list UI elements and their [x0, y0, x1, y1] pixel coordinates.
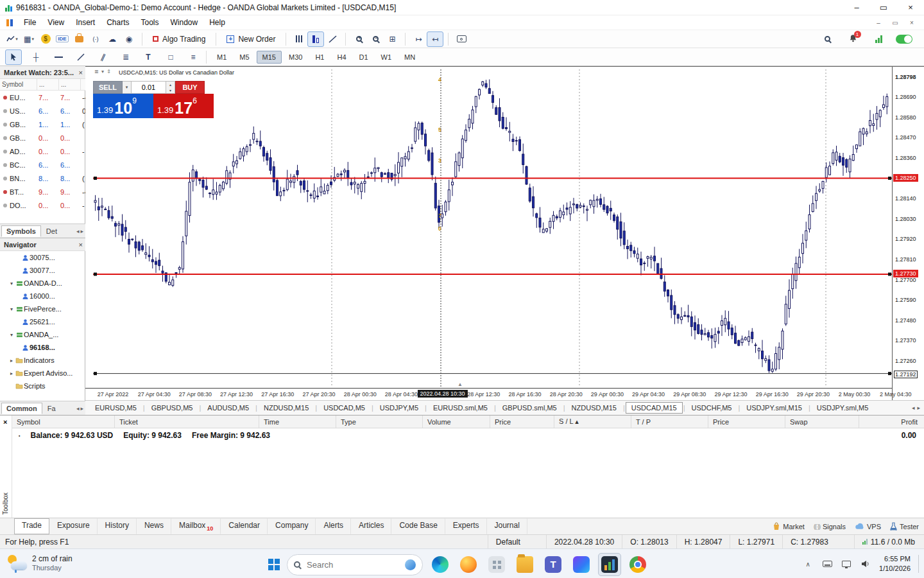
chart-tabs-scroll-right-icon[interactable]: ▸ — [917, 405, 920, 411]
navigator-item-96168[interactable]: 96168... — [0, 341, 85, 354]
toolbox-tab-history[interactable]: History — [98, 518, 137, 534]
community-icon[interactable]: ◉ — [121, 31, 137, 47]
screenshot-camera-icon[interactable] — [453, 31, 470, 47]
toolbox-column-ticket[interactable]: Ticket — [115, 416, 259, 428]
restore-button[interactable]: ▭ — [870, 0, 897, 15]
time-axis[interactable]: 27 Apr 202227 Apr 04:3027 Apr 08:3027 Ap… — [85, 388, 892, 401]
menu-insert[interactable]: Insert — [70, 17, 101, 28]
navigator-item-25621[interactable]: 25621... — [0, 315, 85, 328]
search-icon[interactable] — [819, 31, 835, 47]
market-watch-tab-det[interactable]: Det — [41, 225, 62, 237]
candles-mode-icon[interactable] — [307, 31, 324, 47]
taskbar-clock[interactable]: 6:55 PM 1/10/2026 — [879, 554, 911, 574]
market-watch-row[interactable]: EU...7...7...-4 — [0, 91, 85, 104]
chart-tab-audusdm5[interactable]: AUDUSD,M5 — [201, 402, 255, 414]
horizontal-line-icon[interactable] — [50, 49, 67, 65]
taskbar-app-mt5[interactable] — [598, 553, 621, 576]
chart-line-icon[interactable]: ▾ — [4, 31, 21, 47]
briefcase-icon[interactable] — [71, 31, 87, 47]
taskbar-app-chrome[interactable] — [626, 553, 649, 576]
buy-price-box[interactable]: 1.39 17 6 — [153, 94, 214, 118]
toolbox-tab-mailbox[interactable]: Mailbox10 — [171, 518, 221, 534]
toolbox-tab-articles[interactable]: Articles — [351, 518, 391, 534]
chart-tab-usdcadm15[interactable]: USDCAD,M15 — [626, 402, 683, 414]
signal-strength-icon[interactable] — [870, 31, 887, 47]
chart-window-menu-icons[interactable]: ≣ ▾ ⇕ — [94, 69, 112, 74]
tab-scroll-right-icon[interactable]: ▸ — [80, 228, 83, 234]
chart-tabs-scroll-left-icon[interactable]: ◂ — [912, 405, 915, 411]
chart-tab-gbpusdsmlm5[interactable]: GBPUSD.sml,M5 — [497, 402, 563, 414]
taskbar-app-explorer[interactable] — [513, 553, 536, 576]
tab-scroll-left-icon[interactable]: ◂ — [76, 405, 80, 412]
toolbox-tab-trade[interactable]: Trade — [14, 518, 49, 534]
show-desktop-button[interactable] — [918, 555, 919, 573]
power-toggle-icon[interactable] — [896, 31, 912, 47]
chart-tab-gbpusdm5[interactable]: GBPUSD,M5 — [146, 402, 199, 414]
chart-tab-nzdusdm15[interactable]: NZDUSD,M15 — [566, 402, 622, 414]
minimize-button[interactable]: – — [843, 0, 870, 15]
linechart-mode-icon[interactable] — [324, 31, 341, 47]
timeframe-h4[interactable]: H4 — [331, 51, 352, 64]
window-tiles-icon[interactable]: ⊞ — [384, 31, 400, 47]
text-icon[interactable]: T — [140, 49, 157, 65]
toolbox-tab-journal[interactable]: Journal — [487, 518, 527, 534]
timeframe-w1[interactable]: W1 — [375, 51, 398, 64]
timeframe-m15[interactable]: M15 — [257, 51, 282, 64]
crosshair-icon[interactable]: ┼ — [28, 49, 44, 65]
market-watch-row[interactable]: AD...0...0...- — [0, 144, 85, 158]
tray-monitor-icon[interactable] — [841, 561, 852, 567]
weather-widget-icon[interactable] — [6, 553, 27, 574]
tree-caret-icon[interactable]: ▾ — [8, 281, 15, 286]
chart-restore-button[interactable]: ▭ — [887, 19, 903, 26]
search-input[interactable] — [305, 559, 400, 570]
algo-trading-button[interactable]: Algo Trading — [147, 31, 211, 47]
taskbar-app-store[interactable] — [485, 553, 508, 576]
ide-icon[interactable]: IDE — [54, 31, 71, 47]
menu-help[interactable]: Help — [203, 17, 231, 28]
shapes-icon[interactable]: □ — [162, 49, 179, 65]
taskbar-app-photos[interactable] — [570, 553, 593, 576]
price-axis[interactable]: 1.287981.286901.285801.284701.283601.281… — [892, 67, 924, 401]
chevron-up-icon[interactable]: ∧ — [802, 561, 814, 568]
timeframe-m30[interactable]: M30 — [283, 51, 308, 64]
lot-decrease-icon[interactable]: ▾ — [166, 87, 175, 93]
notifications-icon[interactable]: 1 — [844, 31, 861, 47]
toolbox-tab-experts[interactable]: Experts — [445, 518, 487, 534]
chart-tab-nzdusdm15[interactable]: NZDUSD,M15 — [258, 402, 314, 414]
chart-tab-eurusdsmlm5[interactable]: EURUSD.sml,M5 — [427, 402, 493, 414]
chart-tab-eurusdm5[interactable]: EURUSD,M5 — [89, 402, 142, 414]
toolbox-column-time[interactable]: Time — [259, 416, 336, 428]
menu-file[interactable]: File — [18, 17, 42, 28]
chart-close-button[interactable]: × — [903, 19, 920, 26]
toolbox-column-swap[interactable]: Swap — [785, 416, 859, 428]
zoom-in-icon[interactable]: + — [350, 31, 367, 47]
toolbox-column-type[interactable]: Type — [336, 416, 423, 428]
navigator-item-expertadviso[interactable]: ▸Expert Adviso... — [0, 367, 85, 380]
chart-tab-usdjpym5[interactable]: USDJPY,M5 — [374, 402, 424, 414]
menu-window[interactable]: Window — [165, 17, 204, 28]
navigator-item-fiveperce[interactable]: ▾FivePerce... — [0, 302, 85, 315]
toolbox-column-tp[interactable]: T / P — [631, 416, 708, 428]
chart-minimize-button[interactable]: – — [870, 19, 887, 26]
market-watch-row[interactable]: DO...0...0...- — [0, 198, 85, 212]
toolbox-column-price[interactable]: Price — [490, 416, 554, 428]
volume-icon[interactable] — [860, 560, 871, 568]
tree-caret-icon[interactable]: ▾ — [8, 332, 15, 338]
tree-caret-icon[interactable]: ▸ — [8, 371, 15, 376]
chart-shift-icon[interactable]: ↦ — [410, 31, 427, 47]
toolbox-column-price[interactable]: Price — [708, 416, 785, 428]
tree-caret-icon[interactable]: ▾ — [8, 306, 15, 312]
chart-tab-usdchfm5[interactable]: USDCHF,M5 — [686, 402, 738, 414]
taskbar-search[interactable] — [287, 554, 423, 575]
cursor-icon[interactable] — [5, 49, 22, 65]
fibonacci-icon[interactable]: ≣ — [117, 49, 134, 65]
timeframe-mn[interactable]: MN — [398, 51, 421, 64]
tab-scroll-left-icon[interactable]: ◂ — [76, 228, 80, 234]
market-watch-close-icon[interactable]: × — [79, 69, 83, 76]
toolbox-close-icon[interactable]: × — [3, 418, 7, 426]
taskbar-app-teams[interactable]: T — [542, 553, 565, 576]
toolbox-tab-alerts[interactable]: Alerts — [316, 518, 351, 534]
menu-view[interactable]: View — [42, 17, 70, 28]
taskbar-app-firefox[interactable] — [457, 553, 480, 576]
auto-scroll-icon[interactable]: ↤ — [427, 31, 443, 47]
